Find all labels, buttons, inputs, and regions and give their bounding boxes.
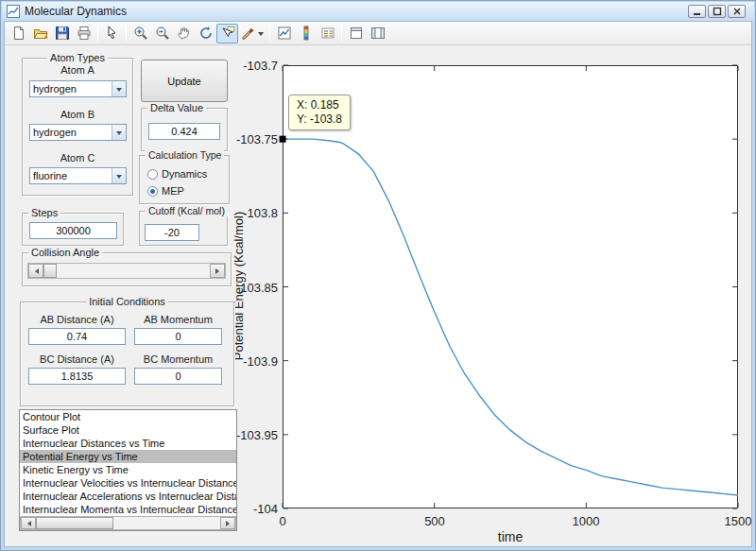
datatip[interactable]: X: 0.185 Y: -103.8: [288, 95, 351, 130]
hide-plot-tools-button[interactable]: [345, 24, 367, 43]
cutoff-title: Cutoff (Kcal/ mol): [146, 205, 228, 216]
link-plot-icon: [277, 26, 292, 41]
x-tick-label: 1000: [553, 514, 619, 528]
listbox-horizontal-scrollbar[interactable]: [20, 516, 236, 530]
insert-colorbar-button[interactable]: [295, 24, 317, 43]
collision-angle-title: Collision Angle: [28, 247, 102, 258]
list-item[interactable]: Internuclear Momenta vs Internuclear Dis…: [20, 503, 236, 516]
list-item[interactable]: Contour Plot: [20, 410, 236, 423]
atom-c-label: Atom C: [23, 152, 132, 164]
delta-value-input[interactable]: [148, 123, 220, 140]
plot-type-listbox[interactable]: Contour Plot Surface Plot Internuclear D…: [19, 409, 237, 531]
edit-plot-icon: [105, 26, 120, 41]
radio-mep-row[interactable]: MEP: [147, 185, 184, 197]
plot-canvas[interactable]: [283, 65, 738, 508]
zoom-out-button[interactable]: [151, 24, 173, 43]
minimize-button[interactable]: [688, 5, 706, 18]
scrollbar-track[interactable]: [36, 517, 220, 529]
scrollbar-left-arrow-icon[interactable]: [21, 517, 36, 529]
link-plot-button[interactable]: [273, 24, 295, 43]
list-item[interactable]: Kinetic Energy vs Time: [20, 463, 236, 476]
edit-plot-button[interactable]: [101, 24, 123, 43]
slider-left-arrow-icon[interactable]: [28, 264, 43, 278]
steps-input[interactable]: [29, 222, 117, 239]
zoom-in-button[interactable]: [129, 24, 151, 43]
dropdown-arrow-icon[interactable]: [112, 125, 126, 140]
initial-conditions-panel: Initial Conditions AB Distance (A) AB Mo…: [20, 301, 234, 406]
atom-a-select[interactable]: hydrogen: [29, 80, 127, 97]
bc-distance-input[interactable]: [28, 368, 126, 385]
new-icon: [11, 26, 26, 41]
dropdown-arrow-icon[interactable]: [112, 168, 126, 183]
radio-mep[interactable]: [147, 186, 158, 197]
list-item[interactable]: Internuclear Distances vs Time: [20, 437, 236, 450]
bc-momentum-input[interactable]: [134, 368, 222, 385]
window-title: Molecular Dynamics: [25, 5, 127, 18]
y-tick-label: -103.7: [224, 59, 278, 73]
atom-b-select[interactable]: hydrogen: [29, 124, 127, 141]
data-cursor-icon: [220, 26, 235, 41]
save-icon: [55, 26, 70, 41]
atom-b-value: hydrogen: [30, 127, 112, 138]
toolbar-separator: [269, 26, 270, 42]
calculation-type-panel: Calculation Type Dynamics MEP: [139, 155, 230, 204]
datatip-y: Y: -103.8: [297, 112, 342, 127]
maximize-button[interactable]: [708, 5, 726, 18]
delta-value-panel: Delta Value: [141, 108, 228, 151]
scrollbar-right-arrow-icon[interactable]: [220, 517, 235, 529]
figure-toolbar: [5, 22, 751, 45]
atom-c-select[interactable]: fluorine: [29, 167, 127, 184]
app-window: Molecular Dynamics: [0, 0, 756, 551]
ab-momentum-input[interactable]: [134, 328, 222, 345]
save-figure-button[interactable]: [51, 24, 73, 43]
show-plot-tools-button[interactable]: [367, 24, 388, 43]
slider-thumb[interactable]: [43, 264, 57, 278]
toolbar-separator: [97, 26, 98, 42]
radio-dynamics-row[interactable]: Dynamics: [147, 168, 207, 180]
rotate-3d-icon: [198, 26, 214, 41]
ab-distance-input[interactable]: [28, 328, 126, 345]
slider-right-arrow-icon[interactable]: [210, 264, 225, 278]
collision-angle-slider[interactable]: [27, 263, 226, 279]
close-button[interactable]: [728, 5, 746, 18]
print-figure-button[interactable]: [73, 24, 94, 43]
ab-distance-label: AB Distance (A): [28, 314, 126, 325]
brush-icon: [241, 26, 256, 41]
scrollbar-thumb[interactable]: [36, 517, 113, 529]
list-item[interactable]: Internuclear Accelerations vs Internucle…: [20, 490, 236, 503]
x-tick-label: 1500: [705, 514, 751, 528]
pan-icon: [177, 26, 192, 41]
zoom-in-icon: [133, 26, 148, 41]
figure-window-icon: [7, 5, 20, 18]
print-icon: [77, 26, 92, 41]
ab-momentum-label: AB Momentum: [134, 314, 222, 325]
list-item-selected[interactable]: Potential Energy vs Time: [20, 450, 236, 463]
brush-data-button[interactable]: [238, 24, 266, 43]
bc-momentum-label: BC Momentum: [134, 353, 222, 365]
brush-dropdown-icon[interactable]: [258, 32, 264, 39]
atom-a-value: hydrogen: [30, 83, 112, 95]
slider-track[interactable]: [43, 264, 210, 278]
delta-value-title: Delta Value: [147, 102, 206, 113]
data-cursor-button[interactable]: [216, 24, 238, 43]
open-file-button[interactable]: [29, 24, 51, 43]
toolbar-separator: [341, 26, 342, 42]
collision-angle-panel: Collision Angle: [22, 252, 232, 286]
radio-dynamics[interactable]: [147, 169, 158, 180]
legend-icon: [320, 26, 335, 41]
cutoff-input[interactable]: [145, 224, 199, 241]
plot-axes[interactable]: X: 0.185 Y: -103.8: [283, 65, 738, 508]
pan-button[interactable]: [173, 24, 195, 43]
title-bar[interactable]: Molecular Dynamics: [2, 2, 754, 21]
dropdown-arrow-icon[interactable]: [112, 81, 126, 96]
atom-types-panel: Atom Types Atom A hydrogen Atom B hydrog…: [22, 58, 133, 196]
list-item[interactable]: Surface Plot: [20, 423, 236, 437]
steps-title: Steps: [28, 207, 60, 218]
rotate-3d-button[interactable]: [195, 24, 216, 43]
close-icon: [732, 7, 742, 16]
update-button[interactable]: Update: [141, 60, 228, 102]
insert-legend-button[interactable]: [317, 24, 338, 43]
new-figure-button[interactable]: [8, 24, 29, 43]
minimize-icon: [693, 7, 702, 16]
list-item[interactable]: Internuclear Velocities vs Internuclear …: [20, 476, 236, 490]
